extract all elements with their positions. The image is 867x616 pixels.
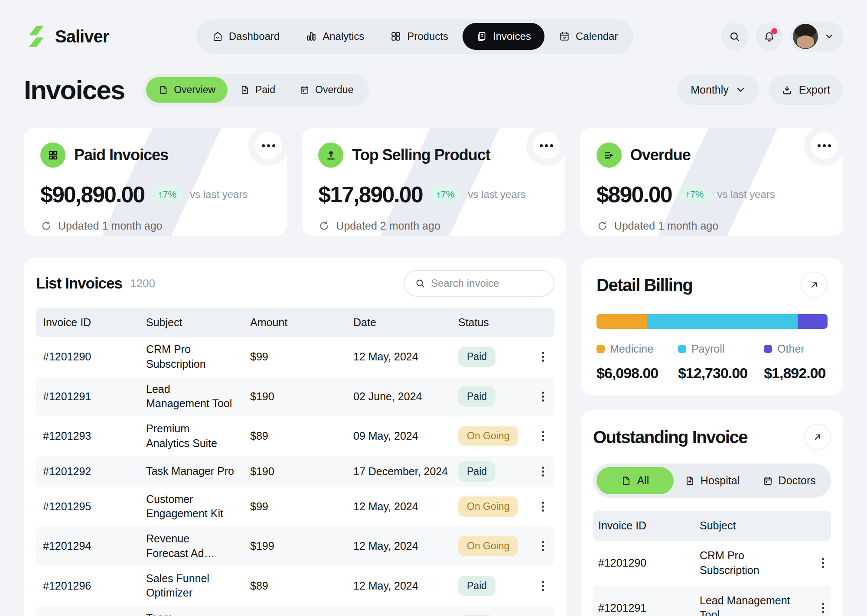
row-menu-button[interactable]	[536, 392, 549, 402]
row-menu-button[interactable]	[536, 581, 549, 591]
grid-icon	[390, 31, 401, 42]
refresh-icon	[40, 220, 52, 232]
invoice-search[interactable]	[404, 270, 554, 297]
cell-status: On Going	[458, 496, 536, 517]
cell-amount: $89	[250, 580, 353, 592]
tab-paid[interactable]: Paid	[228, 77, 287, 103]
stat-updated: Updated 1 month ago	[58, 220, 162, 232]
cell-date: 12 May, 2024	[353, 580, 458, 592]
tab-overview[interactable]: Overview	[146, 77, 228, 103]
invoice-row[interactable]: #1201295Customer Engagement Kit$9912 May…	[36, 487, 554, 527]
invoice-row[interactable]: #1201296Sales Funnel Optimizer$8912 May,…	[36, 566, 554, 606]
cell-status: Paid	[458, 576, 536, 596]
cell-invoice-id: #1201291	[43, 390, 146, 403]
document-icon	[476, 31, 487, 42]
invoice-row[interactable]: #1201254Team Collaboration Hub$9917 Dece…	[36, 606, 554, 616]
tab-overdue[interactable]: Overdue	[287, 77, 365, 103]
col-subject: Subject	[146, 316, 250, 329]
row-menu-button[interactable]	[536, 352, 549, 362]
cell-status: Paid	[458, 386, 536, 407]
invoice-row[interactable]: #1201293Premium Analytics Suite$8909 May…	[36, 416, 554, 456]
row-menu-button[interactable]	[536, 541, 549, 551]
nav-item-dashboard[interactable]: Dashboard	[200, 23, 291, 50]
outstanding-row[interactable]: #1201290CRM Pro Subscription	[593, 541, 831, 586]
upload-icon	[318, 143, 343, 168]
cell-date: 17 December, 2024	[353, 465, 458, 478]
invoice-count: 1200	[130, 277, 155, 290]
cell-invoice-id: #1201292	[43, 465, 146, 478]
list-invoices-card: List Invoices 1200 Invoice ID Subject Am…	[24, 258, 567, 616]
nav-item-calendar[interactable]: Calendar	[547, 23, 629, 50]
billing-title: Detail Billing	[596, 276, 692, 295]
row-menu-button[interactable]	[536, 502, 549, 512]
row-menu-button[interactable]	[536, 431, 549, 441]
legend-item: Medicine	[596, 343, 678, 355]
file-icon	[621, 476, 631, 486]
chevron-down-icon	[824, 31, 834, 42]
invoice-row[interactable]: #1201291Lead Management Tool$19002 June,…	[36, 377, 554, 417]
nav-item-analytics[interactable]: Analytics	[294, 23, 376, 50]
status-badge: Paid	[458, 347, 495, 367]
stat-card-top-selling: Top Selling Product $17,890.00 ↑7% vs la…	[302, 128, 565, 236]
cell-amount: $89	[250, 430, 353, 442]
col-invoice-id: Invoice ID	[43, 316, 146, 329]
delta-badge: ↑7%	[151, 185, 183, 204]
stat-title: Paid Invoices	[74, 146, 168, 164]
legend-dot	[596, 345, 605, 353]
delta-note: vs last years	[717, 188, 775, 201]
cell-status: On Going	[458, 536, 536, 556]
invoice-row[interactable]: #1201292Task Manager Pro$19017 December,…	[36, 456, 554, 487]
tab-hospital[interactable]: Hospital	[674, 467, 751, 494]
brand-logo[interactable]: Saliver	[24, 24, 109, 49]
legend-dot	[678, 345, 686, 353]
nav-item-invoices[interactable]: Invoices	[463, 23, 544, 50]
billing-column: Payroll$12,730.00	[678, 343, 764, 382]
tab-label: Overdue	[315, 84, 353, 96]
billing-expand-button[interactable]	[801, 272, 828, 298]
tab-label: Overview	[174, 84, 215, 96]
period-select[interactable]: Monthly	[678, 75, 759, 105]
notifications-button[interactable]	[756, 23, 783, 50]
invoice-row[interactable]: #1201294Revenue Forecast Ad…$19912 May, …	[36, 526, 554, 566]
status-badge: On Going	[458, 496, 518, 517]
row-menu-button[interactable]	[816, 558, 829, 568]
col-subject: Subject	[700, 519, 816, 532]
card-menu-button[interactable]	[811, 132, 838, 159]
nav-item-products[interactable]: Products	[378, 23, 460, 50]
user-menu[interactable]	[790, 21, 843, 52]
cell-subject: CRM Pro Subscription	[146, 342, 250, 372]
cell-subject: Revenue Forecast Ad…	[146, 532, 250, 561]
delta-note: vs last years	[190, 188, 248, 201]
legend-label: Other	[777, 343, 805, 355]
calendar-icon	[300, 85, 310, 95]
search-icon	[415, 278, 425, 289]
card-menu-button[interactable]	[533, 132, 560, 159]
billing-value: $12,730.00	[678, 365, 764, 382]
stat-card-overdue: Overdue $890.00 ↑7% vs last years Update…	[580, 128, 843, 236]
row-menu-button[interactable]	[816, 603, 829, 613]
search-button[interactable]	[721, 23, 749, 50]
stat-amount: $890.00	[596, 182, 672, 207]
cell-date: 09 May, 2024	[353, 430, 458, 442]
tab-doctors[interactable]: Doctors	[750, 467, 828, 494]
legend-item: Other	[764, 343, 828, 355]
lightning-icon	[24, 24, 49, 49]
calendar-icon	[763, 476, 773, 486]
outstanding-row[interactable]: #1201291Lead Management Tool	[593, 586, 831, 616]
view-tabs: Overview Paid Overdue	[143, 74, 369, 106]
search-icon	[729, 31, 740, 42]
invoice-row[interactable]: #1201290CRM Pro Subscription$9912 May, 2…	[36, 337, 554, 377]
cell-status: Paid	[458, 347, 536, 367]
stat-card-paid-invoices: Paid Invoices $90,890.00 ↑7% vs last yea…	[24, 128, 287, 236]
notification-dot	[771, 28, 777, 34]
cell-invoice-id: #1201290	[43, 350, 146, 363]
card-menu-button[interactable]	[255, 132, 282, 159]
outstanding-expand-button[interactable]	[804, 424, 831, 451]
row-menu-button[interactable]	[536, 467, 549, 477]
download-icon	[782, 84, 792, 95]
tab-all[interactable]: All	[596, 467, 674, 494]
billing-column: Medicine$6,098.00	[596, 343, 678, 382]
search-input[interactable]	[431, 277, 543, 289]
cell-invoice-id: #1201294	[43, 540, 146, 552]
export-button[interactable]: Export	[769, 75, 843, 105]
